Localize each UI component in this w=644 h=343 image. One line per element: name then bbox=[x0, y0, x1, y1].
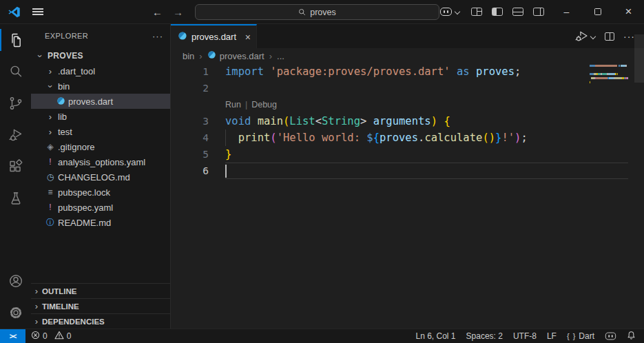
status-utf-8[interactable]: UTF-8 bbox=[513, 331, 537, 341]
line-content[interactable]: import 'package:proves/proves.dart' as p… bbox=[225, 63, 628, 80]
minimap-line bbox=[590, 81, 630, 83]
tree-item-proves-dart[interactable]: proves.dart bbox=[31, 94, 170, 109]
line-content[interactable]: } bbox=[225, 146, 628, 163]
activitybar-extensions[interactable] bbox=[0, 151, 31, 183]
copilot-icon bbox=[440, 8, 452, 16]
line-number[interactable]: 3 bbox=[171, 113, 209, 129]
tree-item-changelog-md[interactable]: ◷CHANGELOG.md bbox=[31, 169, 170, 185]
code-line-1[interactable]: 1import 'package:proves/proves.dart' as … bbox=[171, 63, 644, 80]
status-bell[interactable] bbox=[627, 331, 636, 342]
activitybar-accounts[interactable] bbox=[0, 265, 31, 297]
remote-indicator[interactable]: >< bbox=[0, 329, 25, 343]
line-number[interactable]: 4 bbox=[171, 129, 209, 146]
code-line-5[interactable]: 5} bbox=[171, 146, 644, 163]
tree-item-analysis-options-yaml[interactable]: !analysis_options.yaml bbox=[31, 154, 170, 169]
split-editor-icon[interactable] bbox=[605, 32, 614, 41]
activitybar-source-control[interactable] bbox=[0, 87, 31, 119]
code-line-3[interactable]: 3void main(List<String> arguments) { bbox=[171, 113, 644, 129]
line-content[interactable]: print('Hello world: ${proves.calculate()… bbox=[225, 129, 628, 146]
tree-item-bin[interactable]: ›bin bbox=[31, 79, 170, 94]
problems-status[interactable]: 00 bbox=[31, 331, 71, 342]
explorer-more-actions[interactable]: ··· bbox=[152, 31, 163, 41]
files-icon bbox=[8, 32, 24, 48]
section-timeline[interactable]: ›TIMELINE bbox=[31, 298, 170, 313]
tab-proves-dart[interactable]: proves.dart × bbox=[171, 24, 257, 48]
status-dart[interactable]: { }Dart bbox=[567, 331, 594, 341]
tree-item-label: PROVES bbox=[48, 51, 83, 61]
command-center-search[interactable]: proves bbox=[195, 4, 439, 20]
tree-item-proves[interactable]: ›PROVES bbox=[31, 48, 170, 63]
tree-item-pubspec-lock[interactable]: ≡pubspec.lock bbox=[31, 185, 170, 200]
menu-icon[interactable] bbox=[32, 7, 43, 17]
titlebar: ← → proves – × bbox=[0, 0, 644, 24]
tab-bar: proves.dart × ··· bbox=[171, 24, 644, 48]
activitybar-explorer[interactable] bbox=[0, 24, 31, 56]
tab-close-icon[interactable]: × bbox=[245, 32, 251, 43]
gear-icon bbox=[8, 304, 24, 321]
line-number[interactable]: 5 bbox=[171, 146, 209, 163]
warning-count[interactable]: 0 bbox=[54, 331, 72, 342]
back-icon[interactable]: ← bbox=[152, 6, 163, 18]
line-number[interactable]: 2 bbox=[171, 80, 209, 96]
scrollbar-thumb[interactable] bbox=[634, 34, 644, 83]
breadcrumb-item[interactable]: proves.dart bbox=[207, 50, 264, 61]
section-outline[interactable]: ›OUTLINE bbox=[31, 283, 170, 298]
status-label: UTF-8 bbox=[513, 331, 537, 341]
error-count[interactable]: 0 bbox=[31, 331, 48, 342]
toggle-secondary-sidebar-icon[interactable] bbox=[533, 8, 544, 16]
line-content[interactable]: void main(List<String> arguments) { bbox=[225, 113, 628, 129]
tree-item-pubspec-yaml[interactable]: !pubspec.yaml bbox=[31, 200, 170, 215]
toggle-panel-icon[interactable] bbox=[512, 8, 523, 16]
tree-item--dart-tool[interactable]: ›.dart_tool bbox=[31, 63, 170, 79]
activitybar-search[interactable] bbox=[0, 56, 31, 87]
activitybar-run-and-debug[interactable] bbox=[0, 119, 31, 151]
close-button[interactable]: × bbox=[613, 0, 644, 24]
status-lf[interactable]: LF bbox=[547, 331, 557, 341]
status-ln-6-col-1[interactable]: Ln 6, Col 1 bbox=[415, 331, 455, 341]
warning-icon bbox=[54, 331, 64, 342]
editor-more-actions[interactable]: ··· bbox=[623, 31, 635, 42]
line-content[interactable] bbox=[225, 80, 628, 96]
tree-item-readme-md[interactable]: ⓘREADME.md bbox=[31, 215, 170, 230]
code-line-6[interactable]: 6 bbox=[171, 163, 644, 179]
code-line-4[interactable]: 4 print('Hello world: ${proves.calculate… bbox=[171, 129, 644, 146]
code-editor[interactable]: 1import 'package:proves/proves.dart' as … bbox=[171, 63, 644, 329]
tree-item-label: analysis_options.yaml bbox=[58, 157, 145, 167]
token: ( bbox=[482, 132, 488, 144]
breadcrumb-item[interactable]: bin bbox=[183, 51, 194, 61]
codelens-debug-link[interactable]: Debug bbox=[251, 100, 277, 110]
codelens-run-link[interactable]: Run bbox=[225, 100, 241, 110]
tree-item-lib[interactable]: ›lib bbox=[31, 109, 170, 124]
tree-item-test[interactable]: ›test bbox=[31, 124, 170, 139]
minimap[interactable] bbox=[590, 65, 630, 90]
token bbox=[225, 132, 238, 144]
copilot-menu[interactable] bbox=[440, 8, 460, 16]
forward-icon[interactable]: → bbox=[173, 6, 183, 18]
activitybar-settings[interactable] bbox=[0, 297, 31, 329]
token: ) bbox=[489, 132, 495, 144]
code-line-2[interactable]: 2 bbox=[171, 80, 644, 96]
status-label: Dart bbox=[579, 331, 594, 341]
chevron-collapsed-icon: › bbox=[45, 66, 56, 76]
status-spaces-2[interactable]: Spaces: 2 bbox=[466, 331, 503, 341]
customize-layout-icon[interactable] bbox=[471, 8, 482, 16]
status-copilot[interactable] bbox=[605, 332, 616, 340]
line-content[interactable] bbox=[225, 163, 628, 179]
minimap-seg bbox=[590, 81, 590, 83]
line-number[interactable]: 6 bbox=[171, 163, 209, 179]
file-tree: ›PROVES›.dart_tool›binproves.dart›lib›te… bbox=[31, 48, 170, 283]
chevron-expanded-icon: › bbox=[35, 50, 45, 61]
breadcrumb-separator: › bbox=[199, 51, 202, 61]
line-number[interactable]: 1 bbox=[171, 63, 209, 80]
token: ; bbox=[515, 65, 521, 78]
minimize-button[interactable]: – bbox=[551, 0, 582, 24]
toggle-primary-sidebar-icon[interactable] bbox=[492, 8, 503, 16]
tree-item--gitignore[interactable]: ◈.gitignore bbox=[31, 139, 170, 154]
minimap-line bbox=[590, 85, 630, 87]
maximize-button[interactable] bbox=[582, 0, 613, 24]
breadcrumb-item[interactable]: ... bbox=[277, 51, 284, 61]
section-dependencies[interactable]: ›DEPENDENCIES bbox=[31, 313, 170, 329]
run-or-debug-button[interactable] bbox=[575, 30, 596, 42]
status-label: Ln 6, Col 1 bbox=[415, 331, 455, 341]
activitybar-testing[interactable] bbox=[0, 183, 31, 214]
